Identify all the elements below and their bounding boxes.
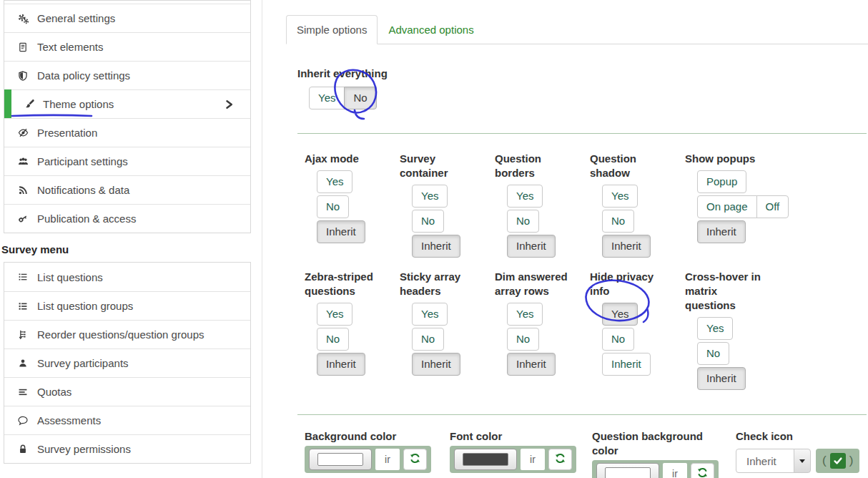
option-button-yes[interactable]: Yes (602, 185, 638, 208)
option-button-no[interactable]: No (344, 87, 376, 109)
option-button-inherit[interactable]: Inherit (412, 353, 460, 376)
button-row: Yes (602, 185, 685, 208)
eye-slash-icon (16, 127, 29, 138)
option-button-yes[interactable]: Yes (317, 303, 352, 326)
settings-menu-box: General settingsText elementsData policy… (4, 0, 251, 233)
sidebar-item-list-question-groups[interactable]: List question groups (4, 291, 250, 320)
option-group-ajax-mode: Ajax modeYesNoInherit (305, 152, 400, 260)
reset-color-button[interactable] (548, 449, 572, 470)
option-button-no[interactable]: No (317, 328, 349, 351)
option-group-label: Survey container (400, 152, 495, 180)
sidebar-item-participant-settings[interactable]: Participant settings (4, 147, 250, 175)
users-icon (16, 156, 29, 167)
inherit-everything-buttons: YesNo (309, 87, 377, 109)
rss-icon (16, 185, 29, 195)
theme-options-panel: Simple options Advanced options Inherit … (262, 0, 868, 478)
option-group-label: Show popups (685, 152, 780, 166)
color-option-label: Question background color (592, 429, 710, 458)
option-button-yes[interactable]: Yes (697, 317, 733, 340)
option-button-inherit[interactable]: Inherit (507, 235, 556, 258)
button-row: No (507, 328, 590, 351)
color-swatch (463, 453, 508, 466)
option-button-yes[interactable]: Yes (317, 170, 352, 193)
sidebar-item-survey-participants[interactable]: Survey participants (4, 348, 250, 377)
list-group-icon (16, 301, 29, 311)
inherit-everything-group: Inherit everything YesNo (297, 67, 868, 109)
option-group-buttons: YesNoInherit (317, 170, 400, 243)
option-button-no[interactable]: No (507, 328, 539, 351)
option-button-inherit[interactable]: Inherit (507, 353, 556, 376)
option-button-yes[interactable]: Yes (602, 303, 638, 326)
option-button-no[interactable]: No (602, 210, 634, 233)
option-button-inherit[interactable]: Inherit (317, 220, 365, 243)
sidebar-item-notifications-data[interactable]: Notifications & data (4, 175, 250, 204)
option-button-inherit[interactable]: Inherit (317, 353, 365, 376)
reset-color-button[interactable] (691, 463, 714, 478)
option-button-off[interactable]: Off (756, 195, 789, 218)
option-button-yes[interactable]: Yes (412, 303, 448, 326)
sidebar-item-label: Data policy settings (37, 69, 130, 82)
button-row: Popup (697, 170, 780, 193)
sidebar-item-label: Quotas (37, 386, 71, 398)
button-row: No (697, 342, 780, 365)
sidebar-item-list-questions[interactable]: List questions (4, 263, 250, 291)
option-group-label: Sticky array headers (400, 270, 495, 298)
button-row: No (602, 210, 685, 233)
sidebar-item-label: Presentation (37, 127, 97, 139)
color-option-font-color: Font colorir (450, 429, 592, 478)
option-button-no[interactable]: No (412, 210, 444, 233)
color-value-input[interactable]: ir (663, 463, 687, 478)
sidebar-item-label: Theme options (43, 98, 114, 110)
survey-menu-header: Survey menu (1, 243, 251, 255)
color-swatch-button[interactable] (454, 449, 517, 470)
option-button-yes[interactable]: Yes (507, 185, 543, 208)
option-button-inherit[interactable]: Inherit (412, 235, 460, 258)
tab-simple-options[interactable]: Simple options (286, 15, 378, 44)
check-icon-select[interactable]: Inherit (736, 449, 811, 473)
caret-down-icon[interactable] (794, 449, 811, 473)
sidebar-item-assessments[interactable]: Assessments (4, 406, 250, 434)
option-button-inherit[interactable]: Inherit (697, 220, 746, 243)
sidebar-item-publication-access[interactable]: Publication & access (4, 204, 250, 233)
sidebar-item-label: Assessments (37, 414, 101, 426)
color-swatch-button[interactable] (309, 449, 372, 470)
button-row: Yes (317, 303, 400, 326)
option-group-buttons: YesNoInherit (602, 185, 685, 258)
option-group-survey-container: Survey containerYesNoInherit (400, 152, 495, 260)
sidebar-item-reorder-questions-question-groups[interactable]: Reorder questions/question groups (4, 320, 250, 348)
color-swatch-button[interactable] (596, 463, 659, 478)
bars-icon (16, 387, 29, 397)
option-button-popup[interactable]: Popup (697, 170, 746, 193)
refresh-icon (554, 452, 566, 467)
color-option-label: Font color (450, 429, 568, 444)
sidebar-item-data-policy-settings[interactable]: Data policy settings (4, 61, 250, 89)
color-value-input[interactable]: ir (521, 449, 545, 470)
option-button-inherit[interactable]: Inherit (602, 235, 651, 258)
option-button-on-page[interactable]: On page (697, 195, 757, 218)
color-value-input[interactable]: ir (375, 449, 400, 470)
option-button-yes[interactable]: Yes (507, 303, 543, 326)
sidebar-item-presentation[interactable]: Presentation (4, 118, 250, 147)
sidebar-item-quotas[interactable]: Quotas (4, 377, 250, 406)
button-row: Inherit (317, 353, 400, 376)
option-button-no[interactable]: No (602, 328, 634, 351)
limesurvey-theme-options-page: General settingsText elementsData policy… (0, 0, 868, 478)
option-button-inherit[interactable]: Inherit (602, 353, 651, 376)
option-group-buttons: YesNoInherit (412, 303, 495, 376)
option-button-no[interactable]: No (412, 328, 444, 351)
sidebar-item-text-elements[interactable]: Text elements (4, 32, 250, 61)
option-group-buttons: YesNoInherit (602, 303, 685, 376)
sidebar-item-survey-permissions[interactable]: Survey permissions (4, 434, 250, 463)
reset-color-button[interactable] (403, 449, 427, 470)
tab-advanced-options[interactable]: Advanced options (378, 16, 484, 44)
sidebar-item-general-settings[interactable]: General settings (4, 4, 250, 32)
button-row: On pageOff (697, 195, 780, 218)
option-button-no[interactable]: No (507, 210, 539, 233)
option-button-no[interactable]: No (317, 195, 349, 218)
section-divider-bottom (297, 414, 867, 415)
option-button-inherit[interactable]: Inherit (697, 367, 746, 390)
option-button-yes[interactable]: Yes (412, 185, 448, 208)
option-button-no[interactable]: No (697, 342, 729, 365)
sidebar-item-theme-options[interactable]: Theme options (4, 89, 250, 118)
option-button-yes[interactable]: Yes (309, 87, 345, 109)
